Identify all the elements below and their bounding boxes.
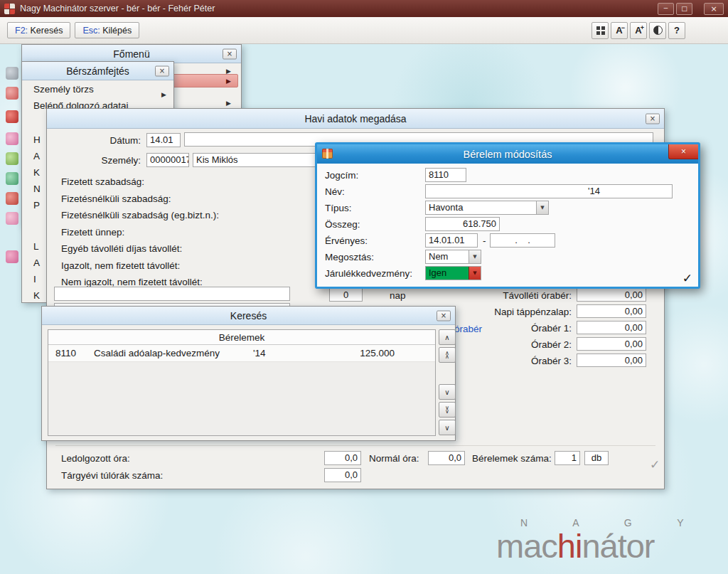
berelem-close-button[interactable]: × bbox=[668, 144, 698, 159]
szemely-label: Személy: bbox=[61, 155, 141, 166]
window-titlebar[interactable]: Nagy Machinátor szerver - bér - bér - Fe… bbox=[0, 0, 728, 17]
list-row[interactable]: 8110 Családi adóalap-kedvezmény '14 125.… bbox=[48, 345, 435, 362]
jarulek-dropdown[interactable]: Igen ▼ bbox=[425, 266, 481, 280]
osszeg-input[interactable]: 618.750 bbox=[425, 217, 500, 231]
ok-check-icon[interactable]: ✓ bbox=[650, 457, 660, 472]
menu-item-szemely-torzs[interactable]: Személy törzs ▶ bbox=[23, 82, 173, 97]
datum-input[interactable]: 14.01 bbox=[146, 133, 181, 147]
normal-ora-label: Normál óra: bbox=[369, 453, 419, 464]
right-field-input[interactable]: 0,00 bbox=[577, 321, 646, 334]
ledolgozott-input[interactable]: 0,0 bbox=[324, 451, 361, 465]
menu-item-label: A bbox=[33, 151, 40, 161]
berszamfejtes-close-icon[interactable]: × bbox=[155, 65, 169, 76]
tulora-input[interactable]: 0,0 bbox=[324, 468, 361, 482]
menu-item-label: K bbox=[33, 290, 40, 301]
plus-icon: + bbox=[641, 24, 644, 31]
contrast-icon bbox=[653, 26, 663, 35]
fomenu-close-icon[interactable]: × bbox=[223, 48, 237, 59]
kereses-close-icon[interactable]: × bbox=[437, 310, 451, 321]
close-button[interactable]: × bbox=[704, 3, 724, 15]
logo-part2: hi bbox=[557, 527, 582, 565]
nev-year: '14 bbox=[588, 185, 600, 198]
scroll-up-button[interactable]: ∧ bbox=[439, 329, 456, 345]
right-field-label: Távolléti órabér: bbox=[424, 290, 572, 301]
desktop-icon[interactable] bbox=[6, 250, 18, 263]
tipus-dropdown[interactable]: Havonta ▼ bbox=[425, 201, 549, 215]
right-field-input[interactable]: 0,00 bbox=[577, 337, 646, 351]
search-button[interactable]: F2: Keresés bbox=[7, 22, 70, 38]
scroll-bottom-button[interactable]: ∨ bbox=[439, 420, 456, 435]
maximize-button[interactable]: □ bbox=[676, 3, 692, 15]
dropdown-arrow-icon[interactable]: ▼ bbox=[536, 201, 548, 214]
berelemszam-input[interactable]: 1 bbox=[555, 451, 580, 465]
berelem-dialog-titlebar[interactable]: Bérelem módosítás × bbox=[317, 144, 698, 164]
menu-item-label: I bbox=[33, 274, 36, 285]
days-unit-label: nap bbox=[390, 290, 406, 301]
contrast-button[interactable] bbox=[649, 22, 666, 39]
desktop-icon[interactable] bbox=[6, 67, 18, 80]
font-decrease-button[interactable]: A − bbox=[611, 22, 628, 39]
desktop-icon[interactable] bbox=[6, 192, 18, 205]
absence-label: Egyéb távolléti díjas távollét: bbox=[61, 243, 182, 254]
megosztas-value: Nem bbox=[426, 250, 469, 263]
tipus-value: Havonta bbox=[426, 201, 536, 214]
normal-ora-input[interactable]: 0,0 bbox=[428, 451, 465, 465]
row-year: '14 bbox=[253, 348, 266, 358]
menu-item-label: N bbox=[33, 184, 41, 194]
ervenyes-from-input[interactable]: 14.01.01 bbox=[425, 233, 478, 248]
wide-input-1[interactable] bbox=[54, 287, 290, 301]
jogcim-label: Jogcím: bbox=[325, 170, 358, 181]
grid-view-button[interactable] bbox=[592, 22, 609, 39]
tulora-label: Tárgyévi túlórák száma: bbox=[61, 470, 163, 481]
chevron-up-icon: ∧ bbox=[444, 334, 449, 341]
havi-close-icon[interactable]: × bbox=[646, 113, 660, 124]
submenu-arrow-icon: ▶ bbox=[226, 100, 231, 107]
dropdown-arrow-icon[interactable]: ▼ bbox=[469, 267, 481, 280]
toolbar: F2: Keresés Esc: Kilépés A − A + ? bbox=[0, 17, 728, 44]
menu-item-label: H bbox=[33, 134, 41, 145]
havi-titlebar[interactable]: Havi adatok megadása × bbox=[47, 109, 664, 129]
desktop-icon[interactable] bbox=[6, 87, 18, 100]
desktop-icon[interactable] bbox=[6, 110, 18, 123]
exit-button[interactable]: Esc: Kilépés bbox=[75, 22, 139, 38]
right-field-input[interactable]: 0,00 bbox=[577, 304, 646, 318]
right-field-input[interactable]: 0,00 bbox=[577, 288, 646, 302]
help-button[interactable]: ? bbox=[668, 22, 685, 39]
right-field-input[interactable]: 0,00 bbox=[577, 354, 646, 367]
osszeg-label: Összeg: bbox=[325, 219, 360, 230]
exit-label: Kilépés bbox=[100, 26, 132, 36]
logo-part3: nátor bbox=[582, 527, 654, 565]
absence-label: Fizetett szabadság: bbox=[61, 176, 144, 187]
minus-icon: − bbox=[621, 24, 625, 31]
desktop-icon[interactable] bbox=[6, 212, 18, 225]
scroll-down-button[interactable]: ∨ bbox=[439, 384, 456, 400]
ervenyes-dash: - bbox=[483, 235, 486, 246]
desktop-icon[interactable] bbox=[6, 132, 18, 145]
confirm-check-icon[interactable]: ✓ bbox=[682, 271, 692, 285]
exit-hotkey: Esc: bbox=[82, 26, 100, 36]
days-input[interactable]: 0 bbox=[329, 288, 363, 302]
desktop-icon[interactable] bbox=[6, 172, 18, 185]
dropdown-arrow-icon[interactable]: ▼ bbox=[469, 250, 481, 263]
absence-label: Nem igazolt, nem fizetett távollét: bbox=[61, 277, 203, 287]
jogcim-input[interactable]: 8110 bbox=[425, 168, 466, 182]
package-icon bbox=[322, 149, 333, 159]
absence-label: Fizetésnélküli szabadság (eg.bizt.n.): bbox=[61, 210, 219, 220]
megosztas-dropdown[interactable]: Nem ▼ bbox=[425, 250, 481, 264]
kereses-titlebar[interactable]: Keresés × bbox=[42, 307, 455, 325]
berszamfejtes-titlebar[interactable]: Bérszámfejtés × bbox=[22, 62, 173, 80]
scroll-pageup-button[interactable]: ∧∧ bbox=[439, 347, 456, 363]
menu-item-label: L bbox=[33, 241, 39, 252]
nev-input[interactable]: Családi adóalap-kedvezmény '14 bbox=[425, 184, 673, 198]
desktop-icon[interactable] bbox=[6, 152, 18, 165]
berelemszam-unit-box: db bbox=[584, 451, 609, 465]
chevron-down-icon: ∨ bbox=[445, 410, 449, 413]
szemely-id-input[interactable]: 00000017 bbox=[146, 153, 189, 167]
ervenyes-to-input[interactable]: . . bbox=[490, 233, 555, 248]
minimize-button[interactable]: ─ bbox=[658, 3, 674, 15]
row-code: 8110 bbox=[55, 348, 76, 358]
toolbar-icon-group: A − A + ? bbox=[592, 22, 685, 39]
application-window: Nagy Machinátor szerver - bér - bér - Fe… bbox=[0, 0, 728, 574]
font-increase-button[interactable]: A + bbox=[630, 22, 647, 39]
scroll-pagedown-button[interactable]: ∨∨ bbox=[439, 402, 456, 418]
